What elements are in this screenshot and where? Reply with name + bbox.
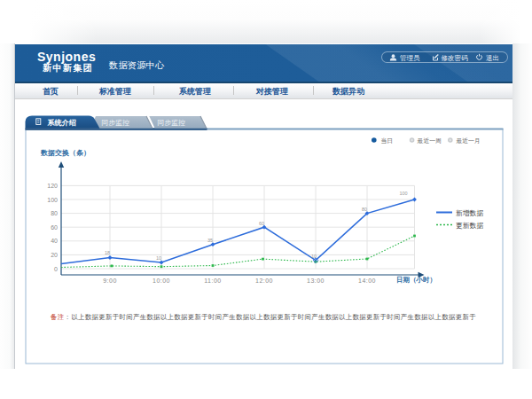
svg-text:日期（小时）: 日期（小时） <box>396 276 436 284</box>
svg-text:11:00: 11:00 <box>204 278 222 284</box>
svg-text:最近一周: 最近一周 <box>417 137 442 144</box>
svg-text:100: 100 <box>399 191 407 196</box>
svg-text:数据交换（条）: 数据交换（条） <box>40 149 90 157</box>
svg-text:35: 35 <box>207 238 213 243</box>
svg-text:新增数据: 新增数据 <box>456 209 483 217</box>
svg-text:60: 60 <box>51 224 58 231</box>
svg-text:同步监控: 同步监控 <box>158 119 185 127</box>
svg-text:12:00: 12:00 <box>255 278 273 284</box>
svg-text:60: 60 <box>259 221 264 226</box>
svg-text:40: 40 <box>51 238 58 244</box>
svg-text:80: 80 <box>51 210 58 216</box>
svg-text:同步监控: 同步监控 <box>102 119 129 127</box>
svg-text:系统介绍: 系统介绍 <box>47 118 76 127</box>
svg-text:当日: 当日 <box>381 137 394 145</box>
svg-text:120: 120 <box>47 183 58 189</box>
svg-text:最近一月: 最近一月 <box>456 137 481 145</box>
svg-text:9:00: 9:00 <box>103 278 117 284</box>
svg-text:100: 100 <box>47 197 58 203</box>
svg-text:10:00: 10:00 <box>153 278 170 284</box>
svg-text:0: 0 <box>54 266 58 272</box>
svg-text:80: 80 <box>362 207 367 212</box>
svg-text:20: 20 <box>51 252 58 258</box>
svg-text:14:00: 14:00 <box>358 278 376 284</box>
svg-text:18: 18 <box>105 250 110 255</box>
svg-text:更新数据: 更新数据 <box>456 222 483 230</box>
svg-text:10: 10 <box>156 255 161 261</box>
svg-text:13:00: 13:00 <box>307 278 325 284</box>
svg-text:10: 10 <box>311 254 317 259</box>
